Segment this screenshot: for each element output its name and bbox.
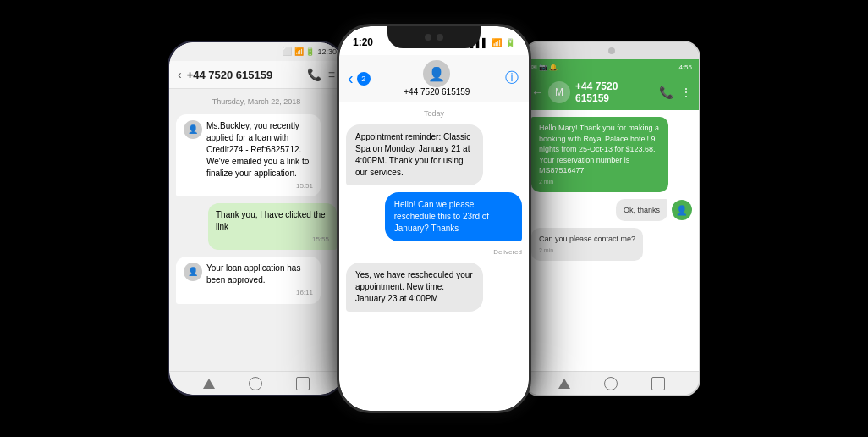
contact-avatar: M	[548, 81, 570, 103]
contact-name: +44 7520 615159	[575, 80, 654, 104]
wifi-icon: 📶	[492, 38, 502, 47]
android-chat: Thursday, March 22, 2018 👤 Ms.Buckley, y…	[169, 89, 343, 371]
back-icon[interactable]: ‹	[178, 68, 182, 81]
user-avatar: 👤	[672, 200, 692, 220]
pixel-bubble-sent-1: Ok, thanks	[616, 199, 667, 222]
ios-delivered: Delivered	[346, 248, 522, 256]
recent-nav-icon[interactable]	[296, 377, 310, 390]
battery-icon: 🔋	[505, 38, 515, 47]
msg-time: 16:11	[206, 288, 313, 297]
chat-date: Today	[346, 109, 522, 118]
pixel-chat: Hello Mary! Thank you for making a booki…	[525, 110, 699, 371]
status-time: 4:55	[678, 64, 692, 71]
pixel-camera-bar	[525, 42, 699, 59]
contact-name: +44 7520 615159	[187, 69, 302, 81]
chat-date: Thursday, March 22, 2018	[176, 97, 337, 106]
header-icons: 📞 ≡	[307, 68, 335, 81]
iphone-notch	[387, 26, 481, 48]
home-nav-icon[interactable]	[604, 377, 618, 390]
msg-content: Your loan application has been approved.…	[206, 263, 313, 297]
msg-text: Your loan application has been approved.	[206, 263, 313, 286]
msg-text: Thank you, I have clicked the link	[216, 209, 329, 233]
ios-bubble-received-1: Appointment reminder: Classic Spa on Mon…	[346, 124, 483, 185]
back-nav-icon[interactable]	[203, 379, 215, 389]
more-icon[interactable]: ⋮	[680, 86, 692, 99]
contact-avatar: 👤	[423, 60, 450, 87]
phone-pixel: ✉ 📷 🔔 4:55 ← M +44 7520 615159 📞 ⋮ Hello…	[523, 41, 700, 396]
android-screen: ⬜ 📶 🔋 12:30 ‹ +44 7520 615159 📞 ≡ Thursd…	[169, 42, 343, 395]
pixel-header: ← M +44 7520 615159 📞 ⋮	[525, 75, 699, 110]
back-icon[interactable]: ‹	[348, 69, 354, 88]
avatar: 👤	[184, 120, 202, 139]
phone-android: ⬜ 📶 🔋 12:30 ‹ +44 7520 615159 📞 ≡ Thursd…	[168, 41, 345, 396]
contact-number: +44 7520 615159	[404, 87, 470, 97]
camera-dot	[608, 47, 615, 54]
pixel-status-bar: ✉ 📷 🔔 4:55	[525, 59, 699, 75]
back-icon[interactable]: ←	[531, 86, 543, 99]
contact-info[interactable]: 👤 +44 7520 615159	[374, 60, 500, 97]
notch-dot-2	[437, 34, 443, 41]
home-nav-icon[interactable]	[249, 377, 262, 390]
msg-content: Ms.Buckley, you recently applied for a l…	[206, 120, 313, 191]
message-bubble-received-2: 👤 Your loan application has been approve…	[176, 257, 321, 303]
ios-bubble-sent-1: Hello! Can we please reschedule this to …	[385, 192, 522, 241]
pixel-nav-bar	[525, 371, 699, 395]
bubble-time: 2 min	[539, 246, 635, 255]
phone-icon[interactable]: 📞	[659, 86, 673, 99]
notch-dot-1	[425, 34, 431, 41]
iphone-chat: Today Appointment reminder: Classic Spa …	[339, 102, 529, 411]
header-icons: 📞 ⋮	[659, 86, 692, 99]
status-time: 1:20	[353, 36, 373, 48]
pixel-bubble-received-1: Hello Mary! Thank you for making a booki…	[531, 117, 668, 192]
iphone-header: ‹ 2 👤 +44 7520 615159 ⓘ	[339, 55, 529, 102]
android-nav-bar	[169, 371, 343, 395]
message-bubble-sent-1: Thank you, I have clicked the link 15:55	[208, 203, 337, 250]
msg-time: 15:55	[216, 235, 329, 244]
msg-text: Ms.Buckley, you recently applied for a l…	[206, 120, 313, 180]
back-nav-icon[interactable]	[558, 379, 570, 389]
status-icons-left: ✉ 📷 🔔	[531, 64, 558, 71]
status-icons: ⬜ 📶 🔋	[283, 47, 315, 56]
phones-container: ⬜ 📶 🔋 12:30 ‹ +44 7520 615159 📞 ≡ Thursd…	[0, 0, 868, 437]
unread-badge: 2	[357, 72, 371, 86]
bubble-time: 2 min	[539, 178, 661, 186]
pixel-bubble-received-2: Can you please contact me? 2 min	[531, 228, 643, 260]
sent-row: Ok, thanks 👤	[616, 199, 692, 222]
phone-iphone: 1:20 ▌▌▌ 📶 🔋 ‹ 2 👤 +44 7520 615159 ⓘ Tod…	[337, 24, 531, 413]
message-bubble-received-1: 👤 Ms.Buckley, you recently applied for a…	[176, 114, 321, 196]
status-time: 12:30	[317, 47, 337, 56]
android-header: ‹ +44 7520 615159 📞 ≡	[169, 61, 343, 89]
ios-bubble-received-2: Yes, we have rescheduled your appointmen…	[346, 263, 483, 312]
info-icon[interactable]: ⓘ	[503, 69, 520, 87]
recent-nav-icon[interactable]	[651, 377, 665, 390]
iphone-screen: 1:20 ▌▌▌ 📶 🔋 ‹ 2 👤 +44 7520 615159 ⓘ Tod…	[339, 26, 529, 411]
pixel-screen: ✉ 📷 🔔 4:55 ← M +44 7520 615159 📞 ⋮ Hello…	[525, 42, 699, 395]
menu-icon[interactable]: ≡	[328, 68, 335, 81]
msg-time: 15:51	[206, 181, 313, 191]
android-status-bar: ⬜ 📶 🔋 12:30	[169, 42, 343, 61]
avatar: 👤	[184, 263, 202, 281]
phone-icon[interactable]: 📞	[307, 68, 321, 81]
